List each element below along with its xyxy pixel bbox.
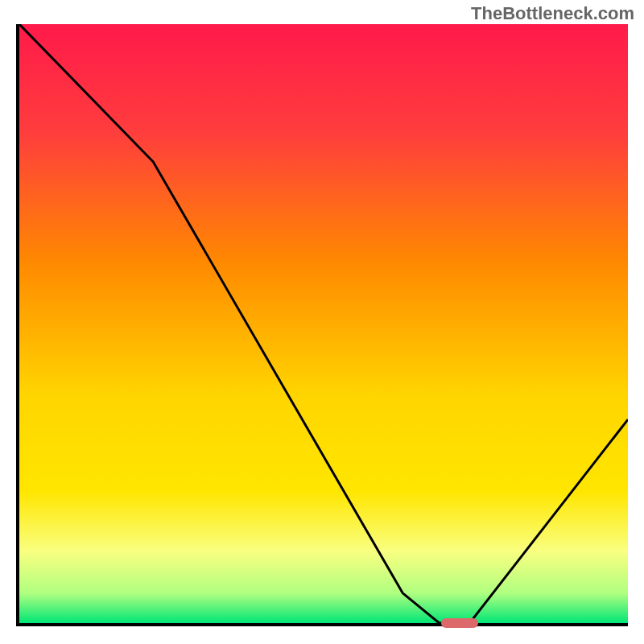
watermark-text: TheBottleneck.com (471, 3, 634, 24)
chart-area (16, 24, 628, 626)
optimal-marker (441, 618, 478, 628)
curve-line (19, 24, 628, 623)
